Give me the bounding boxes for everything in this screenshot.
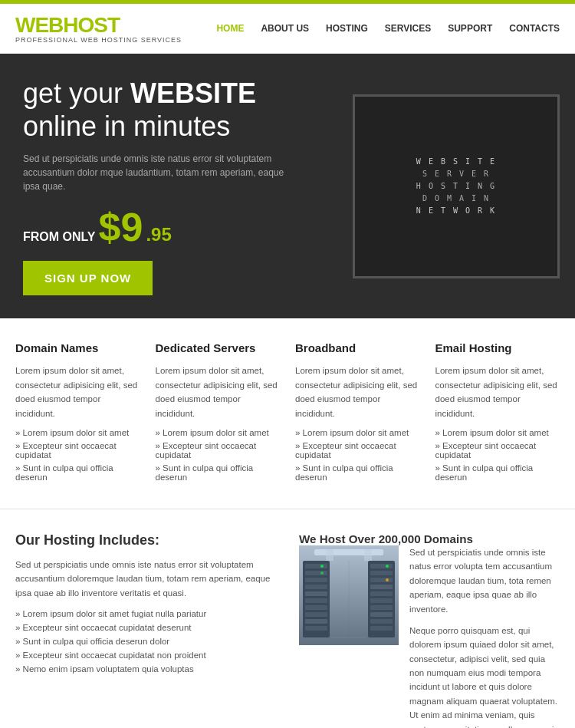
feature-dedicated-desc: Lorem ipsum dolor sit amet, consectetur … xyxy=(156,364,281,420)
hero-image-inner: W E B S I T E S E R V E R H O S T I N G … xyxy=(355,97,557,276)
domains-section: We Host Over 200,000 Domains xyxy=(299,532,560,728)
bottom-section: Our Hosting Includes: Sed ut perspiciati… xyxy=(0,509,575,728)
price-cents: .95 xyxy=(146,224,171,245)
feature-domain-list: Lorem ipsum dolor sit amet Excepteur sin… xyxy=(15,428,140,482)
svg-rect-18 xyxy=(370,578,393,582)
list-item: Lorem ipsum dolor sit amet xyxy=(156,428,281,437)
svg-rect-6 xyxy=(305,571,327,575)
svg-point-30 xyxy=(386,565,389,568)
svg-rect-20 xyxy=(370,591,393,596)
feature-domain-title: Domain Names xyxy=(15,341,140,354)
svg-rect-19 xyxy=(370,585,393,589)
svg-point-31 xyxy=(386,578,389,581)
hosting-includes-title: Our Hosting Includes: xyxy=(15,532,276,548)
list-item: Sunt in culpa qui officia deserun xyxy=(15,463,140,482)
svg-rect-21 xyxy=(370,598,393,603)
hero-headline-website: WEBSITE xyxy=(130,77,256,109)
svg-rect-1 xyxy=(314,549,383,555)
hero-headline-part1: get your xyxy=(23,77,130,109)
logo-text: WEBHOST xyxy=(15,13,182,38)
price-row: FROM ONLY $9 .95 xyxy=(23,207,337,247)
domains-para2: Neque porro quisquam est, qui dolorem ip… xyxy=(409,624,560,728)
domains-content: Sed ut perspiciatis unde omnis iste natu… xyxy=(299,545,560,728)
domains-title: We Host Over 200,000 Domains xyxy=(299,532,560,545)
hosting-includes-list: Lorem ipsum dolor sit amet fugiat nulla … xyxy=(15,609,276,674)
list-item: Excepteur sint occaecat cupidatat xyxy=(295,441,420,460)
nav-about[interactable]: ABOUT US xyxy=(261,23,309,34)
server-room-svg xyxy=(299,545,399,645)
svg-point-28 xyxy=(320,565,324,568)
svg-rect-10 xyxy=(305,598,327,603)
svg-rect-2 xyxy=(326,549,334,561)
hosting-includes-desc: Sed ut perspiciatis unde omnis iste natu… xyxy=(15,558,276,600)
feature-dedicated-title: Dedicated Servers xyxy=(156,341,281,354)
domains-text: Sed ut perspiciatis unde omnis iste natu… xyxy=(409,545,560,728)
price-label: FROM ONLY xyxy=(23,230,96,244)
logo-accent: HOST xyxy=(63,13,120,37)
svg-point-29 xyxy=(320,572,324,575)
nav-support[interactable]: SUPPORT xyxy=(448,23,492,34)
feature-email-desc: Lorem ipsum dolor sit amet, consectetur … xyxy=(435,364,560,420)
list-item: Lorem ipsum dolor sit amet xyxy=(15,428,140,437)
price-dollar: $9 xyxy=(99,207,143,247)
svg-rect-17 xyxy=(370,571,393,575)
list-item: Nemo enim ipsam voluptatem quia voluptas xyxy=(15,664,276,674)
nav-hosting[interactable]: HOSTING xyxy=(326,23,368,34)
dice-visual: W E B S I T E S E R V E R H O S T I N G … xyxy=(416,156,496,217)
svg-rect-12 xyxy=(305,612,327,617)
hosting-includes: Our Hosting Includes: Sed ut perspiciati… xyxy=(15,532,276,728)
feature-email-list: Lorem ipsum dolor sit amet Excepteur sin… xyxy=(435,428,560,482)
svg-rect-8 xyxy=(305,585,327,589)
feature-domain-desc: Lorem ipsum dolor sit amet, consectetur … xyxy=(15,364,140,420)
svg-rect-5 xyxy=(305,564,327,568)
svg-rect-23 xyxy=(370,612,393,617)
list-item: Sunt in culpa qui officia deserun xyxy=(156,463,281,482)
svg-rect-22 xyxy=(370,605,393,610)
feature-broadband-title: Broadband xyxy=(295,341,420,354)
svg-rect-13 xyxy=(305,619,327,624)
list-item: Lorem ipsum dolor sit amet fugiat nulla … xyxy=(15,609,276,618)
logo: WEBHOST PROFESSIONAL WEB HOSTING SERVICE… xyxy=(15,13,182,44)
hero-headline-part2: online in minutes xyxy=(23,110,230,142)
header: WEBHOST PROFESSIONAL WEB HOSTING SERVICE… xyxy=(0,4,575,54)
svg-rect-9 xyxy=(305,591,327,596)
hero-text: get your WEBSITE online in minutes Sed u… xyxy=(23,77,337,295)
logo-sub: PROFESSIONAL WEB HOSTING SERVICES xyxy=(15,36,182,44)
list-item: Lorem ipsum dolor sit amet xyxy=(435,428,560,437)
nav-contacts[interactable]: CONTACTS xyxy=(509,23,560,34)
list-item: Excepteur sint occaecat cupidatat non pr… xyxy=(15,651,276,660)
hero-headline: get your WEBSITE online in minutes xyxy=(23,77,337,143)
list-item: Sunt in culpa qui officia deserun xyxy=(435,463,560,482)
hero-image: W E B S I T E S E R V E R H O S T I N G … xyxy=(353,94,560,278)
feature-domain-names: Domain Names Lorem ipsum dolor sit amet,… xyxy=(15,341,140,486)
hero-description: Sed ut perspiciatis unde omnis iste natu… xyxy=(23,152,299,193)
list-item: Excepteur sint occaecat cupidatat xyxy=(435,441,560,460)
list-item: Sunt in culpa qui officia deserun dolor xyxy=(15,637,276,646)
list-item: Sunt in culpa qui officia deserun xyxy=(295,463,420,482)
domains-para1: Sed ut perspiciatis unde omnis iste natu… xyxy=(409,545,560,616)
feature-dedicated-list: Lorem ipsum dolor sit amet Excepteur sin… xyxy=(156,428,281,482)
hero-section: get your WEBSITE online in minutes Sed u… xyxy=(0,54,575,318)
nav-services[interactable]: SERVICES xyxy=(385,23,431,34)
list-item: Excepteur sint occaecat cupidatat xyxy=(156,441,281,460)
svg-rect-7 xyxy=(305,578,327,582)
list-item: Excepteur sint occaecat cupidatat xyxy=(15,441,140,460)
main-nav: HOME ABOUT US HOSTING SERVICES SUPPORT C… xyxy=(216,23,560,34)
feature-dedicated-servers: Dedicated Servers Lorem ipsum dolor sit … xyxy=(156,341,281,486)
svg-rect-24 xyxy=(370,619,393,624)
feature-broadband: Broadband Lorem ipsum dolor sit amet, co… xyxy=(295,341,420,486)
server-image xyxy=(299,545,399,645)
logo-main: WEB xyxy=(15,13,63,37)
feature-broadband-list: Lorem ipsum dolor sit amet Excepteur sin… xyxy=(295,428,420,482)
svg-rect-3 xyxy=(364,549,372,561)
feature-broadband-desc: Lorem ipsum dolor sit amet, consectetur … xyxy=(295,364,420,420)
svg-rect-16 xyxy=(370,564,393,568)
list-item: Lorem ipsum dolor sit amet xyxy=(295,428,420,437)
list-item: Excepteur sint occaecat cupidatat deseru… xyxy=(15,623,276,632)
svg-rect-14 xyxy=(305,626,327,631)
svg-rect-25 xyxy=(370,626,393,631)
nav-home[interactable]: HOME xyxy=(216,23,244,34)
svg-rect-11 xyxy=(305,605,327,610)
signup-button[interactable]: SIGN UP NOW xyxy=(23,261,153,295)
